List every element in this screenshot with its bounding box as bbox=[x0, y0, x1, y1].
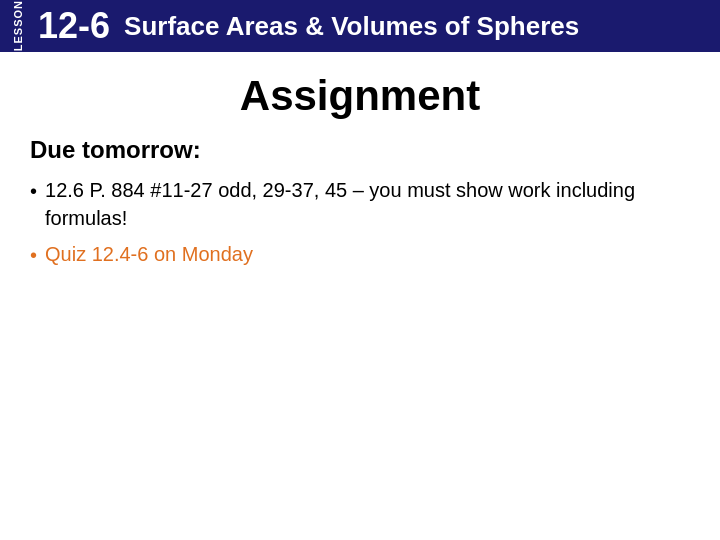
list-item: Quiz 12.4-6 on Monday bbox=[30, 240, 690, 269]
assignment-heading: Assignment bbox=[30, 72, 690, 120]
lesson-number: 12-6 bbox=[38, 8, 110, 44]
header-title: Surface Areas & Volumes of Spheres bbox=[124, 11, 579, 42]
lesson-label: LESSON bbox=[12, 0, 24, 51]
list-item: 12.6 P. 884 #11-27 odd, 29-37, 45 – you … bbox=[30, 176, 690, 232]
bullet-text-2: Quiz 12.4-6 on Monday bbox=[45, 240, 253, 268]
content-area: Assignment Due tomorrow: 12.6 P. 884 #11… bbox=[0, 52, 720, 297]
bullet-list: 12.6 P. 884 #11-27 odd, 29-37, 45 – you … bbox=[30, 176, 690, 269]
due-label: Due tomorrow: bbox=[30, 136, 690, 164]
bullet-text-1: 12.6 P. 884 #11-27 odd, 29-37, 45 – you … bbox=[45, 176, 690, 232]
header-bar: LESSON 12-6 Surface Areas & Volumes of S… bbox=[0, 0, 720, 52]
